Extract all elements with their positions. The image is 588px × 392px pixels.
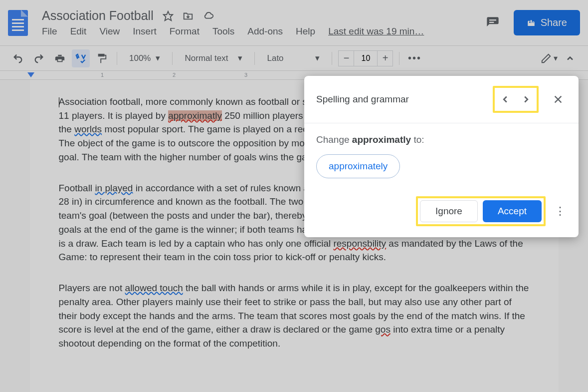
share-label: Share bbox=[541, 17, 567, 28]
print-button[interactable] bbox=[51, 49, 69, 67]
font-size-group: − + bbox=[338, 50, 393, 66]
font-size-decrease[interactable]: − bbox=[338, 50, 354, 66]
redo-button[interactable] bbox=[30, 49, 48, 67]
grammar-error[interactable]: in played bbox=[95, 183, 133, 193]
svg-rect-2 bbox=[489, 21, 494, 22]
docs-icon[interactable] bbox=[8, 10, 28, 36]
spelling-error[interactable]: gos bbox=[375, 324, 391, 335]
nav-buttons-highlight bbox=[493, 86, 539, 113]
spellcheck-button[interactable] bbox=[72, 49, 90, 67]
accept-button[interactable]: Accept bbox=[483, 200, 542, 222]
menu-file[interactable]: File bbox=[42, 26, 57, 37]
highlighted-error[interactable]: approximatly bbox=[168, 110, 222, 121]
action-buttons-highlight: Ignore Accept bbox=[416, 196, 546, 226]
font-size-increase[interactable]: + bbox=[377, 50, 393, 66]
undo-button[interactable] bbox=[9, 49, 27, 67]
toolbar: 100%▾ Normal text▾ Lato▾ − + ••• ▾ bbox=[0, 46, 588, 71]
last-edit-link[interactable]: Last edit was 19 min… bbox=[328, 26, 424, 37]
zoom-select[interactable]: 100%▾ bbox=[123, 53, 166, 63]
menu-format[interactable]: Format bbox=[170, 26, 199, 37]
spelling-error[interactable]: responsbility bbox=[333, 238, 386, 249]
header-bar: Association Football File Edit View Inse… bbox=[0, 0, 588, 46]
menu-insert[interactable]: Insert bbox=[133, 26, 157, 37]
more-tools-button[interactable]: ••• bbox=[405, 49, 423, 67]
grammar-error[interactable]: allowed touch bbox=[125, 283, 183, 293]
suggestion-chip[interactable]: approximately bbox=[316, 154, 400, 178]
change-line: Change approximatly to: bbox=[316, 134, 567, 145]
menu-tools[interactable]: Tools bbox=[212, 26, 234, 37]
svg-marker-0 bbox=[164, 11, 173, 20]
move-icon[interactable] bbox=[183, 10, 194, 21]
paragraph[interactable]: Players are not allowed touch the ball w… bbox=[59, 281, 530, 351]
ruler-mark: 1 bbox=[101, 72, 104, 78]
svg-rect-1 bbox=[489, 19, 496, 20]
style-select[interactable]: Normal text▾ bbox=[179, 53, 248, 63]
font-select[interactable]: Lato▾ bbox=[261, 53, 326, 63]
title-block: Association Football File Edit View Inse… bbox=[42, 8, 424, 37]
prev-error-button[interactable] bbox=[495, 88, 516, 111]
ruler-mark: 3 bbox=[244, 72, 247, 78]
document-title[interactable]: Association Football bbox=[42, 8, 154, 23]
menu-bar: File Edit View Insert Format Tools Add-o… bbox=[42, 26, 424, 37]
next-error-button[interactable] bbox=[516, 88, 537, 111]
star-icon[interactable] bbox=[163, 10, 174, 21]
menu-view[interactable]: View bbox=[99, 26, 120, 37]
comments-icon[interactable] bbox=[486, 16, 500, 30]
more-options-button[interactable]: ⋮ bbox=[553, 205, 568, 218]
share-button[interactable]: Share bbox=[514, 10, 580, 35]
cloud-icon[interactable] bbox=[202, 10, 214, 21]
indent-marker-icon[interactable] bbox=[27, 72, 34, 77]
grammar-error[interactable]: worlds bbox=[74, 124, 102, 134]
svg-rect-3 bbox=[530, 20, 532, 23]
font-size-input[interactable] bbox=[354, 50, 377, 66]
menu-help[interactable]: Help bbox=[296, 26, 315, 37]
editing-mode-button[interactable]: ▾ bbox=[540, 49, 558, 67]
menu-edit[interactable]: Edit bbox=[70, 26, 87, 37]
paint-format-button[interactable] bbox=[93, 49, 111, 67]
menu-addons[interactable]: Add-ons bbox=[247, 26, 283, 37]
spelling-grammar-panel: Spelling and grammar Change approximatly… bbox=[304, 76, 579, 237]
collapse-button[interactable] bbox=[561, 49, 579, 67]
panel-title: Spelling and grammar bbox=[316, 94, 409, 105]
close-panel-button[interactable] bbox=[550, 91, 567, 108]
ignore-button[interactable]: Ignore bbox=[420, 200, 478, 222]
ruler-mark: 2 bbox=[173, 72, 176, 78]
